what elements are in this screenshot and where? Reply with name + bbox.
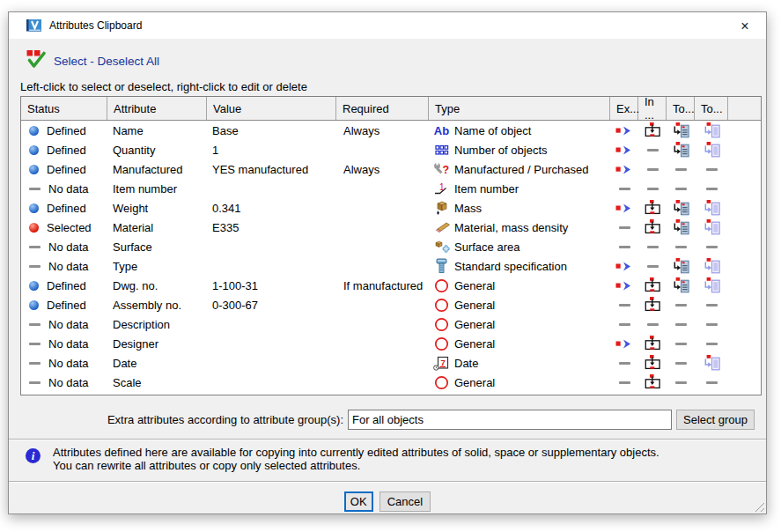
export-cell[interactable] [610, 198, 638, 218]
table-row[interactable]: SelectedMaterialE335Material, mass densi… [21, 218, 761, 237]
table-row[interactable]: No dataTypeStandard specification [21, 256, 761, 276]
extra-attributes-row: Extra attributes according to attribute … [9, 410, 755, 430]
import-cell[interactable] [638, 237, 667, 256]
attribute-group-input[interactable] [348, 410, 672, 430]
to-attributes-cell[interactable] [667, 353, 695, 373]
import-cell[interactable] [638, 159, 667, 179]
to-objects-cell[interactable] [695, 198, 728, 218]
select-deselect-all-button[interactable]: Select - Deselect All [26, 50, 159, 72]
import-cell[interactable] [638, 198, 667, 218]
to-attributes-cell[interactable] [667, 218, 695, 237]
export-cell[interactable] [610, 373, 638, 392]
to-objects-cell[interactable] [695, 256, 728, 276]
row-filler [728, 159, 761, 179]
column-header-ex[interactable]: Ex... [610, 97, 638, 120]
copy-to-doc-icon [673, 219, 689, 235]
export-cell[interactable] [610, 353, 638, 373]
import-cell[interactable] [638, 334, 667, 353]
import-cell[interactable] [638, 353, 667, 373]
table-row[interactable]: No dataScaleGeneral [21, 373, 761, 392]
type-cell: General [429, 295, 610, 314]
to-attributes-cell[interactable] [667, 198, 695, 218]
table-row[interactable]: DefinedQuantity1Number of objects [21, 140, 761, 159]
to-attributes-cell[interactable] [667, 256, 695, 276]
export-cell[interactable] [610, 218, 638, 237]
copy-to-doc-icon [673, 200, 689, 216]
export-cell[interactable] [610, 179, 638, 198]
to-objects-cell[interactable] [695, 121, 728, 140]
info-block: i Attributes defined here are available … [26, 446, 669, 472]
column-header-to-7[interactable]: To... [667, 97, 695, 120]
table-row[interactable]: DefinedWeight0.341Mass [21, 198, 761, 218]
to-objects-cell[interactable] [695, 334, 728, 353]
to-attributes-cell[interactable] [667, 334, 695, 353]
import-cell[interactable] [638, 276, 667, 295]
table-row[interactable]: DefinedDwg. no.1-100-31If manufacturedGe… [21, 276, 761, 295]
export-cell[interactable] [610, 159, 638, 179]
column-header-status[interactable]: Status [21, 97, 107, 120]
column-header-type[interactable]: Type [429, 97, 610, 120]
none-icon [706, 246, 718, 248]
import-cell[interactable] [638, 121, 667, 140]
export-cell[interactable] [610, 314, 638, 334]
import-cell[interactable] [638, 140, 667, 159]
export-cell[interactable] [610, 237, 638, 256]
to-objects-cell[interactable] [695, 314, 728, 334]
table-row[interactable]: DefinedNameBaseAlwaysAbName of object [21, 121, 761, 140]
to-objects-cell[interactable] [695, 295, 728, 314]
to-objects-cell[interactable] [695, 140, 728, 159]
to-objects-cell[interactable] [695, 159, 728, 179]
export-cell[interactable] [610, 276, 638, 295]
to-objects-cell[interactable] [695, 353, 728, 373]
export-cell[interactable] [610, 256, 638, 276]
column-header-in[interactable]: In ... [638, 97, 667, 120]
table-row[interactable]: No dataDescriptionGeneral [21, 314, 761, 334]
column-header-attribute[interactable]: Attribute [107, 97, 207, 120]
import-cell[interactable] [638, 373, 667, 392]
to-attributes-cell[interactable] [667, 373, 695, 392]
export-cell[interactable] [610, 140, 638, 159]
table-row[interactable]: DefinedAssembly no.0-300-67General [21, 295, 761, 314]
import-cell[interactable] [638, 179, 667, 198]
import-cell[interactable] [638, 295, 667, 314]
value-cell [207, 256, 336, 276]
to-objects-cell[interactable] [695, 218, 728, 237]
cancel-button[interactable]: Cancel [379, 491, 431, 512]
status-cell: Defined [21, 121, 107, 140]
to-objects-cell[interactable] [695, 237, 728, 256]
status-defined-icon [29, 165, 39, 174]
table-row[interactable]: No dataDate7Date [21, 353, 761, 373]
to-attributes-cell[interactable] [667, 159, 695, 179]
to-attributes-cell[interactable] [667, 179, 695, 198]
import-cell[interactable] [638, 314, 667, 334]
to-objects-cell[interactable] [695, 179, 728, 198]
column-header-value[interactable]: Value [207, 97, 336, 120]
bolt-icon [436, 258, 447, 274]
none-icon [706, 343, 718, 345]
copy-to-doc-icon [673, 122, 689, 138]
to-objects-cell[interactable] [695, 373, 728, 392]
ok-button[interactable]: OK [344, 491, 373, 512]
table-row[interactable]: No dataDesignerGeneral [21, 334, 761, 353]
table-row[interactable]: DefinedManufacturedYES manufacturedAlway… [21, 159, 761, 179]
export-cell[interactable] [610, 121, 638, 140]
import-cell[interactable] [638, 256, 667, 276]
to-attributes-cell[interactable] [667, 237, 695, 256]
to-objects-cell[interactable] [695, 276, 728, 295]
export-cell[interactable] [610, 295, 638, 314]
table-row[interactable]: No dataSurfaceSurface area [21, 237, 761, 256]
column-header-required[interactable]: Required [336, 97, 429, 120]
close-button[interactable]: × [731, 16, 759, 36]
column-header-to-8[interactable]: To... [695, 97, 728, 120]
titlebar[interactable]: Attributes Clipboard × [9, 12, 766, 39]
select-group-button[interactable]: Select group [676, 410, 755, 430]
table-row[interactable]: No dataItem number1Item number [21, 179, 761, 198]
to-attributes-cell[interactable] [667, 276, 695, 295]
export-cell[interactable] [610, 334, 638, 353]
to-attributes-cell[interactable] [667, 314, 695, 334]
to-attributes-cell[interactable] [667, 295, 695, 314]
import-cell[interactable] [638, 218, 667, 237]
status-defined-icon [29, 281, 39, 291]
to-attributes-cell[interactable] [667, 140, 695, 159]
to-attributes-cell[interactable] [667, 121, 695, 140]
